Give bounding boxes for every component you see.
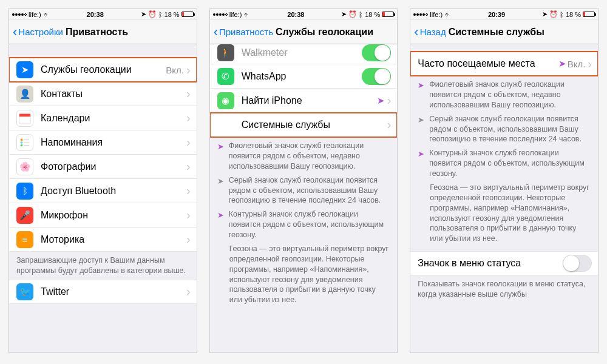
bluetooth-icon: ᛒ bbox=[359, 11, 363, 18]
location-gray-icon: ➤ bbox=[217, 176, 224, 206]
row-label: Системные службы bbox=[242, 120, 387, 130]
carrier-label: life:) bbox=[430, 11, 443, 18]
row-label: Контакты bbox=[41, 89, 186, 99]
row-status-icon[interactable]: Значок в меню статуса bbox=[410, 251, 598, 275]
location-icon: ➤ bbox=[16, 61, 33, 78]
battery-icon bbox=[181, 12, 194, 17]
carrier-label: life:) bbox=[229, 11, 242, 18]
alarm-icon: ⏰ bbox=[348, 10, 357, 18]
nav-bar: ‹Назад Системные службы bbox=[410, 20, 598, 44]
toggle-whatsapp[interactable] bbox=[362, 68, 391, 85]
row-walkmeter[interactable]: 🚶 Walkmeter bbox=[210, 44, 398, 64]
signal-dots bbox=[413, 13, 428, 16]
location-gray-icon: ➤ bbox=[418, 115, 424, 145]
info-geofence: Геозона — это виртуальный периметр вокру… bbox=[217, 244, 390, 305]
location-indicator-icon: ➤ bbox=[542, 10, 548, 18]
chevron-right-icon: › bbox=[186, 160, 191, 174]
location-purple-icon: ➤ bbox=[418, 80, 424, 110]
carrier-label: life:) bbox=[29, 11, 41, 18]
bluetooth-icon: ᛒ bbox=[16, 183, 33, 200]
bluetooth-icon: ᛒ bbox=[560, 11, 564, 18]
row-system-services[interactable]: Системные службы › bbox=[210, 113, 398, 137]
info-gray: ➤Серый значок служб геолокации появится … bbox=[418, 114, 591, 145]
microphone-icon: 🎤 bbox=[16, 207, 33, 224]
row-reminders[interactable]: Напоминания › bbox=[9, 130, 197, 155]
battery-percent: 18 % bbox=[164, 11, 180, 18]
back-button[interactable]: ‹Назад bbox=[414, 25, 446, 39]
location-active-icon: ➤ bbox=[377, 95, 385, 106]
photos-icon: 🌸 bbox=[16, 158, 33, 175]
row-label: Доступ Bluetooth bbox=[41, 186, 186, 197]
row-whatsapp[interactable]: ✆ WhatsApp bbox=[210, 64, 398, 89]
clock: 20:39 bbox=[488, 11, 505, 18]
chevron-right-icon: › bbox=[186, 87, 191, 101]
chevron-left-icon: ‹ bbox=[13, 25, 17, 39]
chevron-left-icon: ‹ bbox=[214, 25, 218, 39]
info-outline: ➤Контурный значок служб геолокации появи… bbox=[418, 148, 591, 179]
row-label: Моторика bbox=[41, 234, 186, 245]
location-purple-icon: ➤ bbox=[217, 141, 224, 172]
signal-dots bbox=[213, 13, 228, 16]
walkmeter-icon: 🚶 bbox=[217, 44, 234, 61]
row-location-services[interactable]: ➤ Службы геолокации Вкл. › bbox=[9, 58, 197, 82]
location-outline-icon: ➤ bbox=[217, 210, 224, 240]
twitter-icon: 🐦 bbox=[16, 283, 33, 300]
chevron-right-icon: › bbox=[186, 135, 191, 149]
row-label: Найти iPhone bbox=[242, 95, 377, 106]
battery-icon bbox=[382, 12, 394, 17]
row-label: Часто посещаемые места bbox=[418, 58, 558, 69]
screen-privacy: life:) ᯤ 20:38 ➤ ⏰ ᛒ 18 % ‹Настройки При… bbox=[8, 8, 197, 353]
row-motion[interactable]: ≡ Моторика › bbox=[9, 228, 197, 252]
page-title: Приватность bbox=[66, 27, 128, 38]
row-label: Календари bbox=[41, 113, 186, 124]
clock: 20:38 bbox=[287, 11, 304, 18]
alarm-icon: ⏰ bbox=[148, 10, 157, 18]
battery-percent: 18 % bbox=[365, 11, 380, 18]
info-geofence: Геозона — это виртуальный периметр вокру… bbox=[418, 183, 591, 244]
row-label: Микрофон bbox=[41, 210, 186, 221]
chevron-right-icon: › bbox=[387, 93, 392, 107]
screen-location-services: life:) ᯤ 20:38 ➤ ⏰ ᛒ 18 % ‹Приватность С… bbox=[209, 8, 398, 353]
status-bar: life:) ᯤ 20:38 ➤ ⏰ ᛒ 18 % bbox=[9, 9, 197, 20]
row-value-text: Вкл. bbox=[568, 59, 586, 69]
row-photos[interactable]: 🌸 Фотографии › bbox=[9, 155, 197, 179]
location-indicator-icon: ➤ bbox=[141, 10, 146, 18]
toggle-walkmeter[interactable] bbox=[362, 44, 391, 61]
row-label: Службы геолокации bbox=[41, 64, 166, 75]
chevron-right-icon: › bbox=[588, 57, 592, 71]
row-label: Значок в меню статуса bbox=[418, 258, 563, 269]
row-label: Напоминания bbox=[41, 137, 186, 148]
battery-icon bbox=[583, 12, 595, 17]
toggle-status-icon[interactable] bbox=[563, 255, 592, 272]
back-button[interactable]: ‹Настройки bbox=[13, 25, 63, 39]
chevron-left-icon: ‹ bbox=[414, 25, 418, 39]
battery-percent: 18 % bbox=[566, 11, 581, 18]
svg-point-4 bbox=[21, 144, 23, 146]
info-gray: ➤Серый значок служб геолокации появится … bbox=[217, 175, 390, 206]
find-iphone-icon: ◉ bbox=[217, 92, 234, 109]
alarm-icon: ⏰ bbox=[549, 10, 558, 18]
page-title: Системные службы bbox=[449, 27, 544, 38]
reminders-icon bbox=[16, 134, 33, 151]
motion-icon: ≡ bbox=[16, 231, 33, 248]
chevron-right-icon: › bbox=[186, 63, 191, 77]
row-label: Twitter bbox=[41, 286, 186, 297]
info-purple: ➤Фиолетовый значок служб геолокации появ… bbox=[217, 141, 390, 172]
bluetooth-icon: ᛒ bbox=[158, 11, 163, 18]
row-frequent-locations[interactable]: Часто посещаемые места ➤Вкл. › bbox=[410, 52, 598, 76]
row-contacts[interactable]: 👤 Контакты › bbox=[9, 82, 197, 106]
back-button[interactable]: ‹Приватность bbox=[214, 25, 273, 39]
page-title: Службы геолокации bbox=[276, 27, 373, 38]
row-bluetooth[interactable]: ᛒ Доступ Bluetooth › bbox=[9, 179, 197, 203]
row-find-iphone[interactable]: ◉ Найти iPhone ➤ › bbox=[210, 89, 398, 113]
svg-point-3 bbox=[21, 141, 23, 144]
wifi-icon: ᯤ bbox=[444, 11, 451, 18]
row-calendars[interactable]: Календари › bbox=[9, 106, 197, 130]
row-microphone[interactable]: 🎤 Микрофон › bbox=[9, 203, 197, 228]
chevron-right-icon: › bbox=[186, 184, 191, 198]
row-value: Вкл. bbox=[166, 65, 184, 75]
calendar-icon bbox=[16, 110, 33, 127]
contacts-icon: 👤 bbox=[16, 86, 33, 103]
row-twitter[interactable]: 🐦 Twitter › bbox=[9, 280, 197, 304]
info-purple: ➤Фиолетовый значок служб геолокации появ… bbox=[418, 79, 591, 110]
